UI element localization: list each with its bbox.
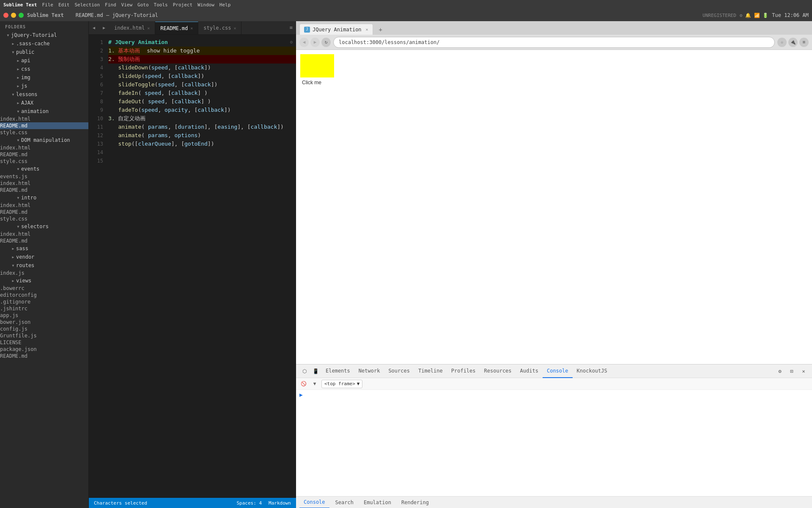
- devtools-tab-resources[interactable]: Resources: [480, 364, 516, 378]
- devtools-dock-icon[interactable]: ⊡: [787, 366, 797, 376]
- sidebar-item-img[interactable]: ▶ img: [0, 73, 88, 82]
- menu-view[interactable]: View: [121, 2, 133, 8]
- minimize-button[interactable]: [11, 13, 16, 18]
- devtools-tab-network[interactable]: Network: [354, 364, 384, 378]
- sidebar-file-intro-index[interactable]: index.html: [0, 202, 88, 209]
- devtools-tab-console[interactable]: Console: [543, 364, 573, 378]
- sidebar-item-events[interactable]: ▼ events: [0, 165, 88, 173]
- sidebar-file-dom-style[interactable]: style.css: [0, 158, 88, 165]
- bottom-tab-console[interactable]: Console: [299, 497, 329, 508]
- new-tab-button[interactable]: +: [376, 25, 386, 35]
- sidebar-file-packagejson[interactable]: package.json: [0, 346, 88, 353]
- sidebar-file-bowerrc[interactable]: .bowerrc: [0, 285, 88, 292]
- bottom-tab-rendering[interactable]: Rendering: [397, 497, 433, 508]
- app-name[interactable]: Sublime Text: [3, 2, 37, 8]
- address-bar[interactable]: localhost:3000/lessons/animation/: [333, 37, 775, 48]
- close-tab-icon[interactable]: ✕: [190, 26, 193, 30]
- sidebar-item-intro[interactable]: ▼ intro: [0, 193, 88, 202]
- menu-file[interactable]: File: [42, 2, 53, 8]
- sidebar-file-license[interactable]: LICENSE: [0, 339, 88, 346]
- sidebar-file-intro-readme[interactable]: README.md: [0, 209, 88, 215]
- close-browser-tab-icon[interactable]: ✕: [366, 27, 368, 32]
- sidebar-file-jshintrc[interactable]: .jshintrc: [0, 305, 88, 312]
- close-tab-icon[interactable]: ✕: [233, 26, 236, 30]
- bookmark-button[interactable]: ☆: [777, 38, 787, 47]
- sidebar-item-sass-cache[interactable]: ▶ .sass-cache: [0, 39, 88, 48]
- console-clear-button[interactable]: 🚫: [299, 380, 308, 388]
- devtools-tab-audits[interactable]: Audits: [516, 364, 543, 378]
- status-characters[interactable]: Characters selected: [94, 500, 147, 506]
- menu-selection[interactable]: Selection: [74, 2, 100, 8]
- bottom-tab-search[interactable]: Search: [331, 497, 358, 508]
- sidebar-file-appjs[interactable]: app.js: [0, 312, 88, 319]
- sidebar-file-dom-readme[interactable]: README.md: [0, 151, 88, 158]
- reload-button[interactable]: ↻: [321, 38, 331, 47]
- bottom-tab-emulation[interactable]: Emulation: [359, 497, 395, 508]
- sidebar-file-gitignore[interactable]: .gitignore: [0, 298, 88, 305]
- tab-nav-next[interactable]: ▶: [99, 21, 109, 34]
- sidebar-file-selectors-readme[interactable]: README.md: [0, 237, 88, 244]
- devtools-close-icon[interactable]: ✕: [798, 366, 809, 376]
- back-button[interactable]: ◀: [299, 38, 309, 47]
- sidebar-item-dom[interactable]: ▼ DOM manipulation: [0, 136, 88, 144]
- sidebar-item-css[interactable]: ▶ css: [0, 65, 88, 73]
- menu-edit[interactable]: Edit: [58, 2, 70, 8]
- extensions-button[interactable]: 🔌: [788, 38, 798, 47]
- sidebar-file-animation-index[interactable]: index.html: [0, 116, 88, 122]
- sidebar-file-editorconfig[interactable]: editorconfig: [0, 292, 88, 298]
- sidebar-file-events-js[interactable]: events.js: [0, 173, 88, 180]
- devtools-tab-knockoutjs[interactable]: KnockoutJS: [573, 364, 612, 378]
- devtools-console-area[interactable]: ▶: [296, 390, 812, 496]
- devtools-inspect-button[interactable]: ⬡: [299, 366, 310, 376]
- frame-selector[interactable]: <top frame> ▼: [321, 380, 362, 388]
- tab-style-css[interactable]: style.css ✕: [198, 22, 241, 34]
- sidebar-file-bowerjson[interactable]: bower.json: [0, 319, 88, 326]
- sidebar-file-routes-index[interactable]: index.js: [0, 270, 88, 276]
- tab-nav-prev[interactable]: ◀: [89, 21, 99, 34]
- root-folder[interactable]: ▼ jQuery-Tutorial: [0, 31, 88, 39]
- close-tab-icon[interactable]: ✕: [147, 26, 150, 30]
- sidebar-file-animation-style[interactable]: style.css: [0, 129, 88, 136]
- sidebar-item-js[interactable]: ▶ js: [0, 82, 88, 90]
- devtools-device-button[interactable]: 📱: [310, 366, 321, 376]
- menu-find[interactable]: Find: [105, 2, 116, 8]
- sidebar-file-gruntfile[interactable]: Gruntfile.js: [0, 332, 88, 339]
- sidebar-file-configjs[interactable]: config.js: [0, 326, 88, 332]
- menu-button[interactable]: ≡: [799, 38, 809, 47]
- yellow-animation-box[interactable]: [300, 54, 334, 77]
- devtools-tab-sources[interactable]: Sources: [384, 364, 414, 378]
- devtools-tab-timeline[interactable]: Timeline: [414, 364, 447, 378]
- sidebar-file-root-readme[interactable]: README.md: [0, 353, 88, 359]
- status-filetype[interactable]: Markdown: [269, 500, 291, 506]
- code-content[interactable]: # JQuery Animation ⚙ 1. 基本动画 show hide t…: [105, 35, 296, 498]
- sidebar-item-api[interactable]: ▶ api: [0, 56, 88, 65]
- devtools-settings-icon[interactable]: ⚙: [775, 366, 785, 376]
- sidebar-file-dom-index[interactable]: index.html: [0, 144, 88, 151]
- tab-index-html[interactable]: index.html ✕: [109, 22, 155, 34]
- sidebar-file-events-index[interactable]: index.html: [0, 180, 88, 187]
- sidebar-file-intro-style[interactable]: style.css: [0, 215, 88, 222]
- devtools-tab-profiles[interactable]: Profiles: [447, 364, 480, 378]
- console-filter-icon[interactable]: ▼: [310, 380, 319, 388]
- sidebar-file-events-readme[interactable]: README.md: [0, 187, 88, 193]
- sidebar-item-animation[interactable]: ▼ animation: [0, 107, 88, 116]
- sidebar-item-views[interactable]: ▶ views: [0, 276, 88, 285]
- forward-button[interactable]: ▶: [310, 38, 320, 47]
- close-button[interactable]: [3, 13, 8, 18]
- menu-tools[interactable]: Tools: [154, 2, 168, 8]
- sidebar-item-sass[interactable]: ▶ sass: [0, 244, 88, 253]
- menu-goto[interactable]: Goto: [137, 2, 149, 8]
- status-spaces[interactable]: Spaces: 4: [236, 500, 262, 506]
- sidebar-file-animation-readme[interactable]: README.md: [0, 122, 88, 129]
- browser-tab-animation[interactable]: J JQuery Animation ✕: [299, 24, 373, 35]
- tab-menu-button[interactable]: ≡: [286, 21, 296, 34]
- menu-help[interactable]: Help: [219, 2, 231, 8]
- sidebar-file-selectors-index[interactable]: index.html: [0, 231, 88, 237]
- maximize-button[interactable]: [19, 13, 24, 18]
- sidebar-item-public[interactable]: ▼ public: [0, 48, 88, 56]
- sidebar-item-lessons[interactable]: ▼ lessons: [0, 90, 88, 99]
- menu-project[interactable]: Project: [173, 2, 192, 8]
- sidebar-item-routes[interactable]: ▼ routes: [0, 261, 88, 270]
- sidebar-item-selectors[interactable]: ▼ selectors: [0, 222, 88, 231]
- sidebar-item-ajax[interactable]: ▶ AJAX: [0, 99, 88, 107]
